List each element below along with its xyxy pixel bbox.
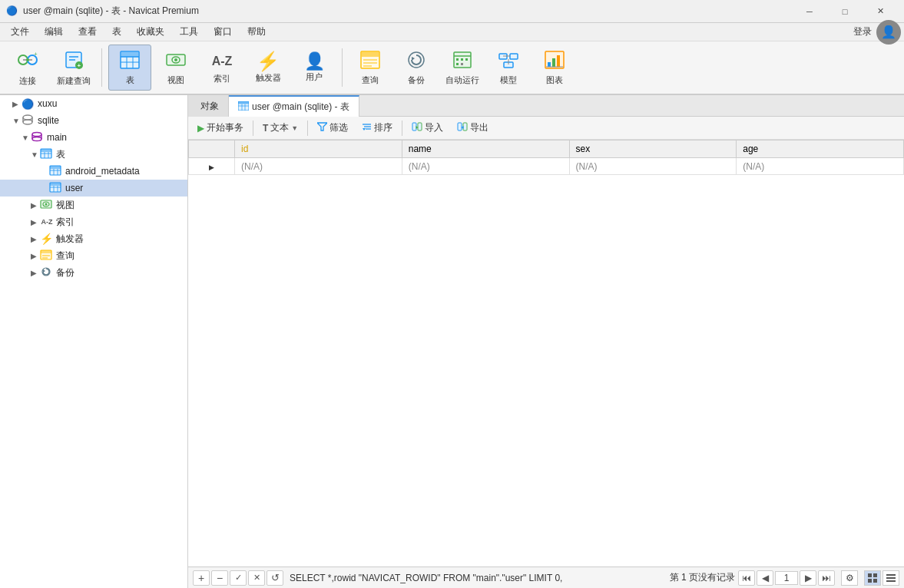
tab-objects[interactable]: 对象 [188, 95, 229, 117]
prev-page-button[interactable]: ◀ [757, 570, 773, 586]
grid-view-button[interactable] [864, 570, 881, 586]
toolbar-connect[interactable]: + 连接 [6, 45, 49, 91]
sidebar-item-user[interactable]: ▶ user [0, 180, 187, 197]
menu-help[interactable]: 帮助 [240, 23, 273, 41]
confirm-edit-button[interactable]: ✓ [230, 570, 247, 586]
export-button[interactable]: 导出 [451, 119, 495, 137]
filter-button[interactable]: 筛选 [311, 119, 354, 137]
list-view-button[interactable] [882, 570, 899, 586]
triggers-label: 触发器 [56, 233, 84, 246]
toolbar-user[interactable]: 👤 用户 [293, 45, 336, 91]
delete-row-button[interactable]: − [211, 570, 228, 586]
menu-file[interactable]: 文件 [3, 23, 37, 41]
toolbar-query[interactable]: 查询 [349, 45, 392, 91]
toolbar-view[interactable]: 视图 [154, 45, 197, 91]
cell-sex[interactable]: (N/A) [569, 158, 737, 175]
menu-favorites[interactable]: 收藏夹 [129, 23, 172, 41]
toolbar-chart-label: 图表 [546, 74, 563, 86]
cell-id[interactable]: (N/A) [235, 158, 402, 175]
next-page-button[interactable]: ▶ [800, 570, 816, 586]
xuxu-label: xuxu [38, 98, 57, 109]
svg-rect-29 [461, 58, 463, 61]
sidebar-item-main[interactable]: ▼ main [0, 129, 187, 146]
indexes-arrow-icon: ▶ [31, 218, 40, 226]
menubar: 文件 编辑 查看 表 收藏夹 工具 窗口 帮助 登录 👤 [0, 23, 904, 41]
svg-rect-97 [886, 580, 896, 582]
cancel-edit-button[interactable]: ✕ [248, 570, 265, 586]
login-area: 登录 👤 [853, 20, 901, 45]
sidebar-item-triggers[interactable]: ▶ ⚡ 触发器 [0, 230, 187, 247]
export-label: 导出 [470, 121, 488, 134]
svg-text:+: + [34, 51, 38, 58]
svg-rect-31 [456, 63, 459, 65]
refresh-button[interactable]: ↺ [267, 570, 283, 586]
cell-age[interactable]: (N/A) [737, 158, 904, 175]
sidebar-item-xuxu[interactable]: ▶ 🔵 xuxu [0, 95, 187, 112]
main-arrow-icon: ▼ [22, 134, 31, 142]
svg-rect-52 [41, 149, 51, 152]
first-page-button[interactable]: ⏮ [738, 570, 755, 586]
tabs: 对象 user @main (sqlite) - 表 [188, 95, 904, 117]
menu-tools[interactable]: 工具 [172, 23, 206, 41]
query-icon [359, 50, 381, 73]
toolbar-automation[interactable]: 自动运行 [441, 45, 484, 91]
toolbar-query-label: 查询 [362, 74, 379, 86]
tab-user-table-label: user @main (sqlite) - 表 [252, 101, 349, 114]
minimize-button[interactable]: ─ [792, 0, 827, 23]
col-header-name[interactable]: name [402, 140, 569, 158]
toolbar-table[interactable]: 表 [108, 45, 151, 91]
backup-icon [406, 50, 427, 73]
svg-rect-76 [238, 101, 249, 104]
toolbar-index-label: 索引 [214, 73, 230, 84]
android-metadata-label: android_metadata [65, 166, 140, 177]
sidebar-item-backups[interactable]: ▶ 备份 [0, 264, 187, 281]
filter-icon [317, 122, 327, 134]
col-header-age[interactable]: age [737, 140, 904, 158]
toolbar-new-query-label: 新建查询 [57, 75, 91, 87]
text-label: 文本 [270, 121, 289, 134]
sidebar-item-android-metadata[interactable]: ▶ android_metadata [0, 163, 187, 180]
col-header-sex[interactable]: sex [569, 140, 737, 158]
data-table: id name sex age ▶ (N/A) (N/A) (N/A) [188, 140, 904, 175]
toolbar-new-query[interactable]: + 新建查询 [52, 45, 95, 91]
export-icon [457, 122, 468, 134]
model-icon [498, 50, 519, 73]
user-icon: 👤 [304, 53, 325, 70]
sidebar-item-indexes[interactable]: ▶ A-Z 索引 [0, 213, 187, 230]
toolbar-backup[interactable]: 备份 [395, 45, 438, 91]
text-button[interactable]: T 文本 ▼ [257, 119, 304, 137]
toolbar-model[interactable]: 模型 [487, 45, 530, 91]
svg-rect-94 [873, 579, 877, 583]
menu-view[interactable]: 查看 [71, 23, 104, 41]
sidebar-item-queries[interactable]: ▶ 查询 [0, 247, 187, 264]
toolbar-trigger[interactable]: ⚡ 触发器 [247, 45, 290, 91]
begin-transaction-button[interactable]: ▶ 开始事务 [191, 119, 250, 137]
login-label[interactable]: 登录 [853, 25, 872, 38]
cell-name[interactable]: (N/A) [402, 158, 569, 175]
import-button[interactable]: 导入 [406, 119, 449, 137]
toolbar-sep2 [342, 48, 343, 87]
svg-rect-95 [886, 574, 896, 576]
toolbar-chart[interactable]: 图表 [533, 45, 576, 91]
sidebar-item-tables[interactable]: ▼ 表 [0, 146, 187, 163]
table-toolbar-sep3 [402, 121, 402, 136]
toolbar-index[interactable]: A-Z 索引 [200, 45, 243, 91]
menu-window[interactable]: 窗口 [206, 23, 240, 41]
sidebar-item-views[interactable]: ▶ 视图 [0, 197, 187, 213]
main-icon [31, 130, 45, 145]
menu-table[interactable]: 表 [104, 23, 129, 41]
sort-button[interactable]: 排序 [356, 119, 399, 137]
last-page-button[interactable]: ⏭ [818, 570, 835, 586]
menu-edit[interactable]: 编辑 [37, 23, 71, 41]
settings-button[interactable]: ⚙ [841, 570, 858, 586]
svg-rect-96 [886, 577, 896, 579]
index-icon: A-Z [211, 51, 233, 71]
add-row-button[interactable]: + [193, 570, 210, 586]
table-row[interactable]: ▶ (N/A) (N/A) (N/A) (N/A) [189, 158, 904, 175]
backups-arrow-icon: ▶ [31, 269, 40, 277]
sort-icon [362, 122, 372, 134]
sidebar-item-sqlite[interactable]: ▼ sqlite [0, 112, 187, 129]
col-header-id[interactable]: id [235, 140, 402, 158]
grid-view-buttons [864, 570, 899, 586]
tab-user-table[interactable]: user @main (sqlite) - 表 [229, 95, 359, 117]
